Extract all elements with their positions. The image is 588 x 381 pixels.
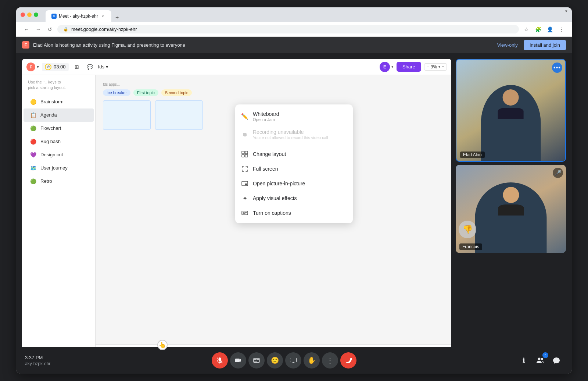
zoom-control[interactable]: − 9% ▾ +: [424, 63, 447, 71]
info-btn[interactable]: ℹ: [517, 354, 531, 367]
svg-rect-11: [253, 359, 259, 363]
profile-btn[interactable]: 👤: [545, 25, 554, 34]
menu-pip[interactable]: Open picture-in-picture: [235, 176, 353, 191]
template-brainstorm[interactable]: 🟡 Brainstorm: [24, 95, 94, 108]
svg-point-18: [538, 358, 540, 360]
refresh-btn[interactable]: ↺: [46, 25, 54, 34]
svg-rect-15: [290, 358, 296, 362]
template-retro[interactable]: 🟢 Retro: [24, 175, 94, 188]
template-flowchart-label: Flowchart: [40, 125, 61, 131]
forward-btn[interactable]: →: [34, 25, 43, 34]
svg-rect-3: [245, 154, 248, 157]
svg-point-19: [541, 358, 543, 360]
user-dropdown-icon: ▾: [391, 64, 394, 69]
end-call-btn[interactable]: [340, 352, 356, 368]
chat-tool-btn[interactable]: 💬: [85, 62, 95, 72]
topic-secondtopic[interactable]: Second topic: [161, 89, 192, 96]
captions-label: Turn on captions: [253, 210, 291, 216]
meet-bottombar: 3:37 PM aky-hzpk-ehr: [16, 347, 572, 374]
template-designcrit[interactable]: 💜 Design crit: [24, 148, 94, 161]
thumbs-down-reaction: 👎: [459, 221, 476, 238]
minimize-traffic-light[interactable]: [27, 13, 32, 17]
tab-close-btn[interactable]: ×: [100, 14, 105, 19]
install-join-btn[interactable]: Install and join: [524, 40, 566, 50]
people-btn[interactable]: 3: [534, 354, 547, 367]
zoom-plus[interactable]: +: [442, 64, 444, 70]
figma-file-name[interactable]: fds ▾: [98, 64, 108, 70]
address-text: meet.google.com/aky-hzpk-ehr: [71, 26, 137, 32]
topic-icebreaker[interactable]: Ice breaker: [103, 89, 130, 96]
pip-label: Open picture-in-picture: [253, 181, 305, 186]
video-tile-elad: ••• Elad Alon: [456, 59, 566, 162]
more-btn[interactable]: ⋮: [322, 352, 338, 368]
template-flowchart[interactable]: 🟢 Flowchart: [24, 122, 94, 135]
pip-icon: [241, 180, 248, 187]
meet-tab-icon: M: [51, 14, 57, 19]
video-more-btn-top[interactable]: •••: [552, 63, 562, 73]
zoom-dropdown[interactable]: ▾: [438, 65, 440, 69]
whiteboard-icon: ✏️: [241, 113, 248, 120]
figma-canvas: Use the ↑↓ keys topick a starting layout…: [22, 75, 451, 368]
view-only-btn[interactable]: View-only: [497, 42, 518, 48]
svg-rect-10: [235, 359, 240, 362]
zoom-level: 9%: [431, 64, 437, 70]
camera-btn[interactable]: [230, 352, 246, 368]
meet-main: F ▾ ⏱ 03:00 ⊞ 💬 fds ▾: [16, 53, 572, 374]
meet-time: 3:37 PM: [25, 355, 50, 360]
meet-info: 3:37 PM aky-hzpk-ehr: [25, 355, 50, 366]
browser-titlebar: M Meet - aky-hzpk-ehr × + ▾: [16, 7, 572, 22]
canvas-label: fds apps...: [103, 82, 444, 86]
context-menu: ✏️ Whiteboard Open a Jam ⏺ Recording una…: [235, 104, 353, 223]
svg-rect-0: [242, 151, 244, 154]
notification-right: View-only Install and join: [497, 40, 566, 50]
name-tag-francois: Francois: [459, 243, 482, 250]
menu-btn[interactable]: ⋮: [557, 25, 566, 34]
topic-firsttopic[interactable]: First topic: [133, 89, 158, 96]
maximize-traffic-light[interactable]: [34, 13, 38, 17]
figma-main-canvas[interactable]: fds apps... Ice breaker First topic Seco…: [96, 75, 451, 368]
close-traffic-light[interactable]: [21, 13, 25, 17]
layout-tool-btn[interactable]: ⊞: [72, 62, 82, 72]
change-layout-icon: [241, 150, 248, 158]
template-userjourney[interactable]: 🗺️ User journey: [24, 161, 94, 175]
figma-embed: F ▾ ⏱ 03:00 ⊞ 💬 fds ▾: [22, 59, 451, 368]
template-bugbash[interactable]: 🔴 Bug bash: [24, 135, 94, 148]
extensions-btn[interactable]: 🧩: [534, 25, 542, 34]
present-btn[interactable]: [285, 352, 301, 368]
menu-visual-effects[interactable]: ✦ Apply visual effects: [235, 191, 353, 206]
recording-label: Recording unavailable: [253, 129, 328, 135]
template-agenda[interactable]: 📋 Agenda: [24, 108, 94, 122]
mic-btn[interactable]: [212, 352, 228, 368]
timer-text: 03:00: [54, 64, 66, 70]
menu-change-layout[interactable]: Change layout: [235, 147, 353, 161]
person-torso-top: [498, 108, 524, 119]
new-tab-btn[interactable]: +: [113, 13, 122, 22]
recording-icon: ⏺: [241, 131, 248, 138]
menu-recording: ⏺ Recording unavailable You're not allow…: [235, 125, 353, 143]
zoom-minus[interactable]: −: [427, 64, 429, 70]
back-btn[interactable]: ←: [22, 25, 31, 34]
address-field[interactable]: 🔒 meet.google.com/aky-hzpk-ehr: [57, 25, 519, 33]
browser-tabs: M Meet - aky-hzpk-ehr × +: [46, 7, 122, 22]
fullscreen-label: Full screen: [253, 166, 278, 172]
active-tab[interactable]: M Meet - aky-hzpk-ehr ×: [46, 10, 111, 22]
menu-fullscreen[interactable]: Full screen: [235, 161, 353, 176]
hand-btn[interactable]: ✋: [304, 352, 320, 368]
figma-toolbar-right: E ▾ Share − 9% ▾ +: [380, 62, 447, 72]
menu-captions[interactable]: Turn on captions: [235, 206, 353, 220]
chat-btn[interactable]: [550, 354, 563, 367]
browser-dropdown[interactable]: ▾: [565, 9, 567, 14]
browser-actions: ☆ 🧩 👤 ⋮: [522, 25, 566, 34]
recording-text-group: Recording unavailable You're not allowed…: [253, 129, 328, 140]
visual-effects-icon: ✦: [241, 195, 248, 202]
share-btn[interactable]: Share: [397, 62, 421, 72]
captions-btn[interactable]: [248, 352, 265, 368]
mic-muted-icon: 🎤: [553, 168, 563, 178]
file-dropdown-icon: ▾: [106, 64, 108, 70]
bookmark-btn[interactable]: ☆: [522, 25, 531, 34]
emoji-btn[interactable]: 🙂: [267, 352, 283, 368]
meet-controls: 🙂 ✋ ⋮: [212, 352, 356, 368]
figma-notification-icon: F: [22, 41, 29, 49]
figma-logo-btn[interactable]: F ▾: [26, 63, 39, 71]
menu-whiteboard[interactable]: ✏️ Whiteboard Open a Jam: [235, 107, 353, 125]
